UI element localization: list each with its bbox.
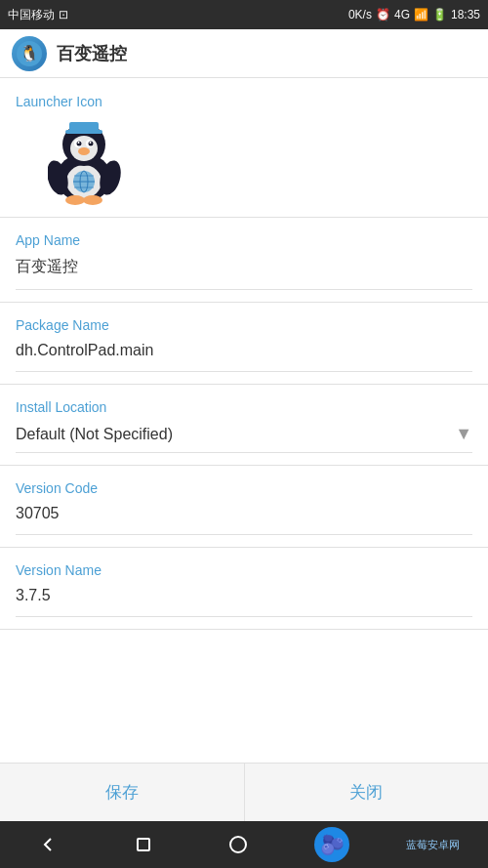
save-button[interactable]: 保存 xyxy=(0,764,245,821)
launcher-icon-label: Launcher Icon xyxy=(16,94,102,109)
app-name-label: App Name xyxy=(16,232,80,248)
package-name-divider xyxy=(16,371,472,372)
penguin-svg xyxy=(48,117,121,205)
app-logo: 🐧 xyxy=(12,36,47,71)
version-code-section: Version Code 30705 xyxy=(0,466,488,548)
bottom-buttons: 保存 关闭 xyxy=(0,763,488,821)
battery-icon: 🔋 xyxy=(432,8,447,21)
signal-icon: 📶 xyxy=(414,8,428,21)
svg-text:🐧: 🐧 xyxy=(20,44,39,62)
title-bar: 🐧 百变遥控 xyxy=(0,29,488,78)
version-name-value[interactable]: 3.7.5 xyxy=(16,579,472,612)
svg-rect-18 xyxy=(65,130,102,134)
svg-point-10 xyxy=(77,142,79,144)
svg-point-11 xyxy=(89,142,91,144)
circle-icon[interactable] xyxy=(219,825,258,864)
package-name-label: Package Name xyxy=(16,317,109,333)
install-location-label: Install Location xyxy=(16,399,106,415)
version-code-label: Version Code xyxy=(16,480,98,496)
dropdown-arrow-icon: ▼ xyxy=(455,424,472,444)
install-location-value: Default (Not Specified) xyxy=(16,426,455,443)
svg-point-25 xyxy=(230,837,246,852)
install-location-dropdown[interactable]: Default (Not Specified) ▼ xyxy=(16,416,472,453)
carrier-text: 中国移动 xyxy=(8,7,55,23)
status-right: 0K/s ⏰ 4G 📶 🔋 18:35 xyxy=(348,8,480,21)
version-code-value[interactable]: 30705 xyxy=(16,497,472,530)
version-code-divider xyxy=(16,534,472,535)
version-name-label: Version Name xyxy=(16,562,102,578)
carrier-icon: ⊡ xyxy=(59,8,68,21)
launcher-icon-section: Launcher Icon xyxy=(0,78,488,218)
alarm-icon: ⏰ xyxy=(376,8,390,21)
logo-icon: 🐧 xyxy=(16,40,43,67)
svg-point-16 xyxy=(83,195,102,205)
speed-text: 0K/s xyxy=(348,8,372,21)
package-name-value[interactable]: dh.ControlPad.main xyxy=(16,334,472,367)
blueberry-icon: 🫐 xyxy=(314,827,349,862)
network-text: 4G xyxy=(394,8,410,21)
watermark-text: 蓝莓安卓网 xyxy=(406,838,460,852)
home-icon[interactable] xyxy=(124,825,163,864)
app-name-value[interactable]: 百变遥控 xyxy=(16,249,472,285)
version-name-divider xyxy=(16,616,472,617)
status-left: 中国移动 ⊡ xyxy=(8,7,68,23)
time-text: 18:35 xyxy=(451,8,480,21)
version-name-section: Version Name 3.7.5 xyxy=(0,548,488,630)
launcher-icon-image[interactable] xyxy=(45,117,123,205)
status-bar: 中国移动 ⊡ 0K/s ⏰ 4G 📶 🔋 18:35 xyxy=(0,0,488,29)
main-content: Launcher Icon xyxy=(0,78,488,763)
close-button[interactable]: 关闭 xyxy=(245,764,489,821)
back-icon[interactable] xyxy=(28,825,67,864)
svg-point-12 xyxy=(78,147,90,155)
install-location-section: Install Location Default (Not Specified)… xyxy=(0,385,488,466)
app-name-divider xyxy=(16,289,472,290)
svg-point-15 xyxy=(65,195,85,205)
svg-rect-24 xyxy=(138,839,149,850)
page-title: 百变遥控 xyxy=(57,42,127,65)
nav-bar: 🫐 蓝莓安卓网 xyxy=(0,821,488,868)
app-name-section: App Name 百变遥控 xyxy=(0,218,488,303)
package-name-section: Package Name dh.ControlPad.main xyxy=(0,303,488,385)
